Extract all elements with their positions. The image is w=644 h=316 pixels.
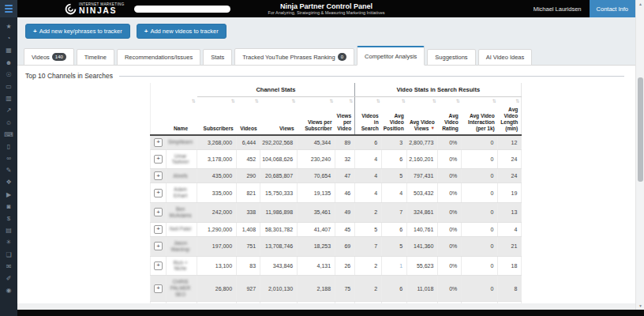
link-icon[interactable]: ∞	[6, 156, 11, 162]
tab-ai-video-ideas[interactable]: AI Video Ideas	[478, 49, 533, 66]
column-label: Videos in Search	[361, 113, 379, 131]
brand-logo[interactable]: INTERNET MARKETING NINJAS	[65, 3, 125, 15]
expand-row-button[interactable]: +	[154, 155, 163, 164]
column-header-views-per-subscriber[interactable]: ⇅Views per Subscriber	[298, 97, 335, 135]
column-header-avg-video-length-min[interactable]: ⇅Avg Video Length (min)	[498, 97, 522, 135]
camera-icon[interactable]: ◉	[6, 288, 12, 294]
cell-videos-in-search: 2	[355, 256, 382, 276]
tab-timeline[interactable]: Timeline	[77, 49, 114, 66]
add-videos-button[interactable]: + Add new videos to tracker	[137, 24, 227, 39]
column-label: Videos	[240, 126, 257, 131]
video-camera-icon[interactable]: ▶	[6, 192, 11, 198]
tab-videos[interactable]: Videos140	[24, 48, 74, 66]
cell-views-per-subscriber: 41,407	[298, 222, 335, 236]
tab-tracked-youtube-phrases-ranking[interactable]: Tracked YouTube Phrases Ranking0	[234, 48, 354, 66]
mail-icon[interactable]: ✉	[6, 264, 12, 270]
plus-icon: +	[144, 28, 148, 35]
monitor-icon[interactable]: ▭	[6, 84, 12, 90]
column-header-videos[interactable]: ⇅Videos	[237, 97, 260, 135]
clock-icon[interactable]: ◔	[7, 36, 11, 42]
sort-icon: ⇅	[492, 99, 496, 104]
scroll-up-icon[interactable]: ▲	[636, 2, 644, 6]
cell-videos-in-search: 5	[355, 222, 382, 236]
expand-row-button[interactable]: +	[154, 225, 163, 234]
cell-views-per-video: 47	[335, 169, 355, 183]
expand-row-button[interactable]: +	[154, 171, 163, 180]
column-header-views[interactable]: ⇅Views	[260, 97, 298, 135]
plus-icon: +	[33, 28, 37, 35]
cell-subscribers: 335,000	[197, 183, 237, 203]
sort-icon: ⇅	[330, 99, 334, 104]
cell-views-per-subscriber: 18,253	[298, 236, 335, 256]
cell-name: Simplilearn	[167, 135, 197, 150]
tab-bar: Videos140TimelineRecommendations/IssuesS…	[17, 46, 635, 66]
expand-row-button[interactable]: +	[154, 138, 163, 147]
expand-row-button[interactable]: +	[154, 242, 163, 250]
cell-avg-video-views: 140,761	[407, 222, 438, 236]
cell-videos: 1,408	[237, 222, 260, 236]
share-icon[interactable]: ❖	[6, 179, 11, 186]
laptop-icon[interactable]: ⌨	[4, 132, 13, 138]
vertical-scrollbar[interactable]: ▲ ▼	[635, 0, 644, 310]
pencil-icon[interactable]: ✎	[6, 167, 12, 174]
cell-views: 11,986,898	[260, 203, 298, 223]
table-row: +Ahrefs435,00029020,685,80770,6544745797…	[151, 169, 522, 183]
topbar-right: Michael Lauridsen Contact Info	[534, 0, 635, 17]
tab-competitor-analysis[interactable]: Competitor Analysis	[357, 46, 425, 66]
gears-icon[interactable]: ✳	[6, 239, 12, 246]
column-header-name[interactable]: ⇅Name	[167, 97, 197, 135]
column-header-avg-video-position[interactable]: ⇅Avg Video Position	[382, 97, 407, 135]
channel-name-redacted: Adam Erhart	[168, 186, 193, 199]
column-header-avg-video-views[interactable]: ⇅Avg Video Views▼	[407, 97, 438, 135]
scrollbar-thumb[interactable]	[638, 77, 643, 182]
cell-videos-in-search: 2	[355, 276, 382, 302]
horizontal-scrollbar[interactable]	[17, 303, 635, 310]
cell-name: Ben McAdams	[167, 203, 197, 223]
page-title: Ninja Partner Control Panel	[268, 2, 385, 10]
star-icon[interactable]: ★	[6, 24, 11, 30]
team-icon[interactable]: ☺	[6, 120, 12, 126]
column-header-videos-in-search[interactable]: ⇅Videos in Search	[355, 97, 382, 135]
book-icon[interactable]: ▤	[6, 228, 12, 234]
redacted-account-info	[134, 6, 230, 13]
mobile-icon[interactable]: ▯	[7, 144, 10, 150]
tab-stats[interactable]: Stats	[203, 49, 232, 66]
add-keyphrases-label: Add new key/phrases to tracker	[39, 28, 122, 35]
expand-row-button[interactable]: +	[154, 284, 163, 293]
cell-avg-video-position: 4	[382, 183, 407, 203]
archive-icon[interactable]: ▦	[6, 47, 12, 54]
chat-icon[interactable]: ◙	[7, 204, 11, 210]
cell-avg-video-rating: 0%	[438, 183, 462, 203]
cell-expand: +	[151, 236, 167, 256]
dollar-icon[interactable]: $	[7, 216, 10, 222]
scroll-down-icon[interactable]: ▼	[636, 303, 644, 308]
column-header-avg-video-interaction-per-1k[interactable]: ⇅Avg Video Interaction (per 1k)	[462, 97, 498, 135]
globe-icon[interactable]: ☉	[6, 72, 11, 78]
column-header-avg-video-rating[interactable]: ⇅Avg Video Rating	[438, 97, 462, 135]
bar-chart-icon[interactable]: ▥	[6, 96, 12, 102]
tab-suggestions[interactable]: Suggestions	[427, 49, 475, 66]
trend-chart-icon[interactable]: ↗	[6, 107, 12, 114]
channel-name-redacted: Rich + Niche	[168, 260, 193, 273]
expand-row-button[interactable]: +	[154, 189, 163, 198]
expand-row-button[interactable]: +	[154, 208, 163, 216]
expand-row-button[interactable]: +	[154, 261, 163, 270]
cell-subscribers: 26,800	[197, 276, 237, 302]
sort-icon: ⇅	[456, 99, 460, 104]
user-name[interactable]: Michael Lauridsen	[534, 6, 582, 13]
sort-desc-icon: ▼	[430, 126, 434, 130]
contact-info-button[interactable]: Contact Info	[590, 0, 635, 17]
add-keyphrases-button[interactable]: + Add new key/phrases to tracker	[25, 24, 130, 39]
sort-icon: ⇅	[402, 99, 406, 104]
section-header: Top 10 Channels in Searches	[25, 72, 624, 80]
document-icon[interactable]: ❏	[6, 252, 11, 258]
menu-icon[interactable]	[0, 0, 17, 17]
column-header-views-per-video[interactable]: ⇅Views per Video	[335, 97, 355, 135]
tab-badge: 140	[52, 53, 66, 61]
cell-views: 58,301,782	[260, 222, 298, 236]
tab-recommendations-issues[interactable]: Recommendations/Issues	[117, 49, 200, 66]
column-header-subscribers[interactable]: ⇅Subscribers	[197, 97, 237, 135]
compose-icon[interactable]: ✐	[6, 276, 12, 282]
cell-views-per-subscriber: 2,188	[298, 276, 335, 302]
user-icon[interactable]: ☻	[6, 60, 12, 66]
